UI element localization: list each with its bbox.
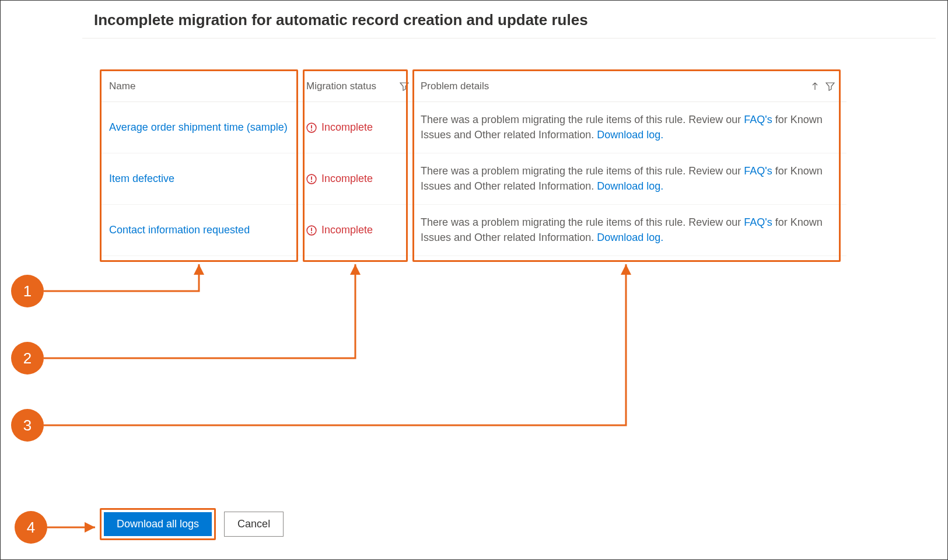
- faq-link[interactable]: FAQ's: [744, 216, 772, 228]
- table-row: Average order shipment time (sample) Inc…: [100, 102, 846, 153]
- svg-point-8: [311, 232, 312, 233]
- problem-detail: There was a problem migrating the rule i…: [421, 113, 835, 142]
- table-row: Contact information requested Incomplete…: [100, 205, 846, 256]
- svg-point-2: [311, 129, 312, 130]
- faq-link[interactable]: FAQ's: [744, 114, 772, 125]
- download-log-link[interactable]: Download log.: [597, 129, 663, 141]
- error-icon: [306, 174, 317, 184]
- status-text: Incomplete: [321, 173, 373, 185]
- migration-table: Name Migration status Problem details Av…: [100, 71, 846, 256]
- cancel-button[interactable]: Cancel: [224, 512, 284, 537]
- sort-up-icon[interactable]: [810, 82, 820, 91]
- col-header-status[interactable]: Migration status: [306, 80, 376, 92]
- callout-badge-3: 3: [11, 409, 44, 442]
- table-header: Name Migration status Problem details: [100, 71, 846, 102]
- dialog-footer: Download all logs Cancel: [100, 508, 284, 540]
- callout-badge-1: 1: [11, 275, 44, 307]
- status-text: Incomplete: [321, 121, 373, 134]
- faq-link[interactable]: FAQ's: [744, 165, 772, 177]
- svg-point-5: [311, 180, 312, 181]
- filter-icon[interactable]: [400, 82, 409, 91]
- col-header-details[interactable]: Problem details: [421, 80, 489, 92]
- rule-name-link[interactable]: Average order shipment time (sample): [109, 121, 288, 134]
- status-text: Incomplete: [321, 224, 373, 236]
- problem-detail: There was a problem migrating the rule i…: [421, 215, 835, 244]
- filter-icon[interactable]: [825, 82, 835, 91]
- detail-text: There was a problem migrating the rule i…: [421, 165, 744, 177]
- table-row: Item defective Incomplete There was a pr…: [100, 153, 846, 205]
- col-header-name[interactable]: Name: [109, 80, 135, 92]
- callout-box-4: Download all logs: [100, 508, 216, 540]
- error-icon: [306, 225, 317, 236]
- rule-name-link[interactable]: Item defective: [109, 173, 174, 185]
- rule-name-link[interactable]: Contact information requested: [109, 224, 250, 236]
- callout-badge-2: 2: [11, 342, 44, 374]
- error-icon: [306, 123, 317, 133]
- callout-badge-4: 4: [15, 511, 47, 544]
- page-title: Incomplete migration for automatic recor…: [94, 11, 588, 29]
- problem-detail: There was a problem migrating the rule i…: [421, 164, 835, 193]
- detail-text: There was a problem migrating the rule i…: [421, 114, 744, 125]
- detail-text: There was a problem migrating the rule i…: [421, 216, 744, 228]
- download-all-logs-button[interactable]: Download all logs: [104, 512, 212, 536]
- download-log-link[interactable]: Download log.: [597, 180, 663, 192]
- divider: [82, 38, 936, 38]
- download-log-link[interactable]: Download log.: [597, 232, 663, 243]
